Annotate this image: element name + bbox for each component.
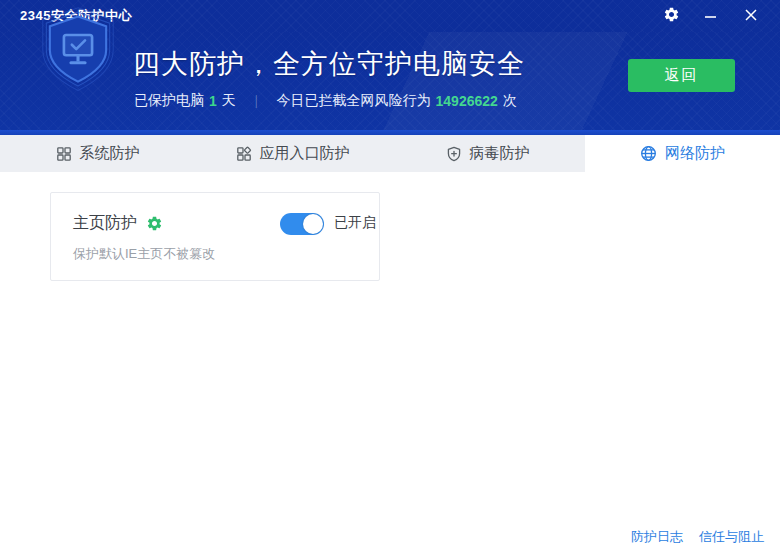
tab-label: 系统防护 bbox=[80, 144, 140, 163]
tab-label: 病毒防护 bbox=[470, 144, 530, 163]
window-controls bbox=[654, 0, 768, 32]
stats-separator: ｜ bbox=[250, 92, 263, 110]
footer-links: 防护日志 信任与阻止 bbox=[631, 528, 764, 546]
close-icon bbox=[745, 7, 757, 25]
grid-diamond-icon bbox=[236, 146, 252, 162]
tab-virus-protection[interactable]: 病毒防护 bbox=[390, 135, 585, 172]
homepage-protection-toggle[interactable] bbox=[280, 213, 324, 235]
protected-days-unit: 天 bbox=[222, 92, 236, 110]
protected-days-value: 1 bbox=[209, 93, 217, 109]
minimize-icon bbox=[705, 7, 717, 25]
blocked-risks-unit: 次 bbox=[503, 92, 517, 110]
gear-icon bbox=[663, 6, 680, 27]
app-window: 2345安全防护中心 bbox=[0, 0, 780, 560]
header-stats: 已保护电脑 1 天 ｜ 今日已拦截全网风险行为 14926622 次 bbox=[134, 92, 517, 110]
card-description: 保护默认IE主页不被篡改 bbox=[73, 245, 379, 263]
card-settings-gear-icon[interactable] bbox=[146, 215, 163, 232]
card-title: 主页防护 bbox=[73, 213, 137, 234]
tab-label: 网络防护 bbox=[665, 144, 725, 163]
trust-and-block-link[interactable]: 信任与阻止 bbox=[699, 528, 764, 546]
back-button[interactable]: 返回 bbox=[628, 59, 735, 92]
blocked-risks-label: 今日已拦截全网风险行为 bbox=[277, 92, 431, 110]
toggle-status-label: 已开启 bbox=[334, 214, 376, 232]
content-area: 主页防护 已开启 保护默认IE主页不被篡改 防护日志 信任与阻止 bbox=[0, 172, 780, 560]
tab-label: 应用入口防护 bbox=[260, 144, 350, 163]
blocked-risks-value: 14926622 bbox=[436, 93, 498, 109]
tabbar: 系统防护 应用入口防护 病毒防护 网络防护 bbox=[0, 135, 780, 172]
globe-icon bbox=[640, 145, 657, 162]
homepage-protection-card: 主页防护 已开启 保护默认IE主页不被篡改 bbox=[50, 192, 380, 281]
header-title: 四大防护，全方位守护电脑安全 bbox=[133, 46, 525, 82]
settings-button[interactable] bbox=[654, 1, 688, 31]
close-button[interactable] bbox=[734, 1, 768, 31]
protected-days-label: 已保护电脑 bbox=[134, 92, 204, 110]
shield-logo-icon bbox=[34, 6, 122, 94]
tab-system-protection[interactable]: 系统防护 bbox=[0, 135, 195, 172]
protection-log-link[interactable]: 防护日志 bbox=[631, 528, 683, 546]
minimize-button[interactable] bbox=[694, 1, 728, 31]
toggle-knob bbox=[303, 214, 323, 234]
tab-network-protection[interactable]: 网络防护 bbox=[585, 135, 780, 172]
shield-plus-icon bbox=[446, 146, 462, 162]
tab-app-entry-protection[interactable]: 应用入口防护 bbox=[195, 135, 390, 172]
grid-icon bbox=[56, 146, 72, 162]
header-banner: 四大防护，全方位守护电脑安全 已保护电脑 1 天 ｜ 今日已拦截全网风险行为 1… bbox=[0, 32, 780, 130]
